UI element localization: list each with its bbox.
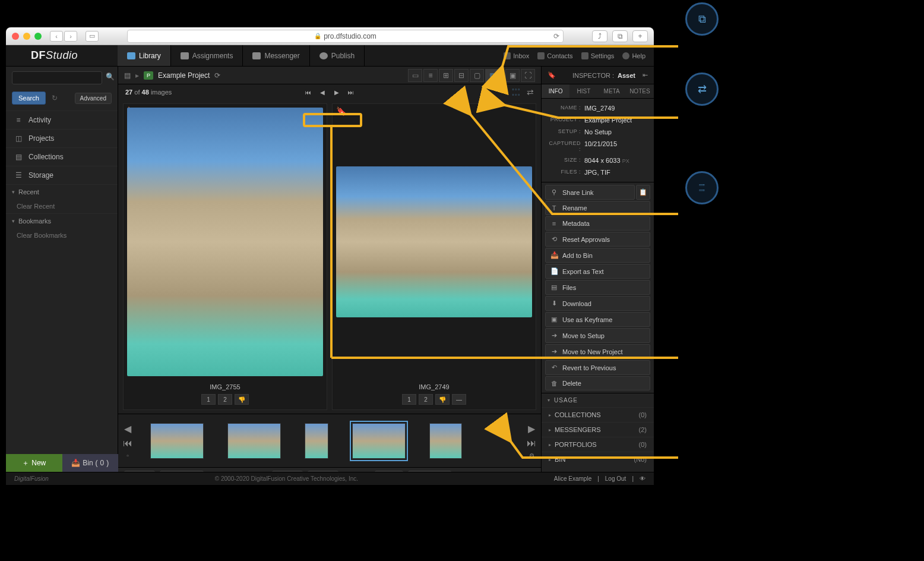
browser-forward-button[interactable]: › (64, 31, 77, 42)
close-window-button[interactable] (12, 33, 19, 40)
rating-2-button[interactable]: 2 (218, 394, 232, 405)
action-files[interactable]: ▤Files (545, 280, 650, 295)
sidebar-item-projects[interactable]: ◫Projects (6, 129, 118, 147)
action-download[interactable]: ⬇Download (545, 296, 650, 311)
thumbnail[interactable] (150, 423, 204, 459)
image-preview[interactable] (336, 166, 532, 317)
action-revert[interactable]: ↶Revert to Previous (545, 360, 650, 375)
action-delete[interactable]: 🗑Delete (545, 376, 650, 390)
advanced-button[interactable]: Advanced (75, 93, 112, 104)
sidebar-item-activity[interactable]: ≡Activity (6, 111, 118, 129)
swap-panes-icon[interactable]: ⇄ (527, 87, 534, 97)
action-export-text[interactable]: 📄Export as Text (545, 264, 650, 279)
clear-bookmarks-button[interactable]: Clear Bookmarks (6, 228, 118, 242)
tab-publish[interactable]: Publish (310, 45, 365, 66)
top-link-inbox[interactable]: Inbox (504, 52, 529, 59)
pager-next[interactable]: ▶ (331, 87, 343, 97)
rating-clear-button[interactable]: — (452, 394, 466, 405)
pager-first[interactable]: ⏮ (302, 87, 314, 97)
view-tool-1[interactable]: ▭ (408, 69, 422, 82)
refresh-icon[interactable]: ⟳ (214, 71, 220, 80)
tab-assignments[interactable]: Assignments (171, 45, 243, 66)
browser-tabs-button[interactable]: ⧉ (612, 30, 628, 42)
filmstrip-first[interactable]: ⏮ (123, 438, 132, 449)
rating-1-button[interactable]: 1 (402, 394, 416, 405)
new-button[interactable]: ＋ New (6, 454, 62, 472)
browser-url-bar[interactable]: 🔒 pro.dfstudio.com ⟳ (127, 30, 564, 43)
clear-recent-button[interactable]: Clear Recent (6, 199, 118, 213)
inspector-tab-hist[interactable]: HIST (569, 84, 597, 98)
view-tool-grid-large[interactable]: ⊟ (454, 69, 469, 82)
browser-sidebar-button[interactable]: ▭ (86, 31, 99, 42)
filmstrip-next[interactable]: ▶ (527, 423, 536, 434)
top-link-contacts[interactable]: Contacts (537, 52, 572, 59)
usage-messengers[interactable]: MESSENGERS(2) (542, 422, 654, 437)
bin-button[interactable]: 📥 Bin (0) (62, 454, 119, 472)
filmstrip-last[interactable]: ⏭ (527, 438, 536, 449)
browser-new-tab-button[interactable]: + (632, 30, 648, 42)
view-tool-compare[interactable]: ⧉ (485, 69, 499, 82)
browser-back-button[interactable]: ‹ (50, 31, 63, 42)
minimize-window-button[interactable] (23, 33, 30, 40)
meta-project[interactable]: Example Project (584, 116, 632, 124)
action-metadata[interactable]: ≡Metadata (545, 216, 650, 231)
tab-library[interactable]: Library (118, 45, 171, 66)
thumbs-down-button[interactable]: 👎 (435, 394, 450, 405)
pager-last[interactable]: ⏭ (345, 87, 357, 97)
filmstrip-grid-icon[interactable]: ▫ (123, 452, 132, 459)
view-tool-fullscreen[interactable]: ⛶ (521, 69, 535, 82)
view-tool-single[interactable]: ▢ (470, 69, 484, 82)
view-tool-grid-small[interactable]: ⊞ (439, 69, 453, 82)
action-move-setup[interactable]: ➔Move to Setup (545, 328, 650, 343)
thumbnail[interactable] (429, 423, 462, 459)
breadcrumb-title[interactable]: Example Project (158, 71, 210, 80)
collapse-panel-icon[interactable]: ⇤ (643, 71, 648, 79)
view-tool-list[interactable]: ≡ (423, 69, 438, 82)
action-reset-approvals[interactable]: ⟲Reset Approvals (545, 232, 650, 247)
sidebar-item-collections[interactable]: ▤Collections (6, 147, 118, 166)
thumbnail[interactable] (305, 423, 328, 459)
maximize-window-button[interactable] (34, 33, 42, 40)
search-button[interactable]: Search (12, 92, 46, 105)
search-reset-icon[interactable]: ↻ (52, 94, 58, 102)
browser-share-button[interactable]: ⤴ (592, 30, 607, 42)
sidebar-bookmarks-header[interactable]: Bookmarks (6, 213, 118, 228)
breadcrumb-home-icon[interactable]: ▤ (124, 71, 131, 80)
action-share-link[interactable]: ⚲Share Link (545, 185, 635, 200)
filmstrip-settings-icon[interactable]: ⚙ (527, 452, 536, 459)
rating-2-button[interactable]: 2 (419, 394, 433, 405)
view-tool-stack[interactable]: ▣ (505, 69, 520, 82)
image-preview[interactable] (127, 108, 323, 376)
pager-prev[interactable]: ◀ (317, 87, 328, 97)
filmstrip-prev[interactable]: ◀ (123, 423, 132, 434)
action-move-project[interactable]: ➔Move to New Project (545, 344, 650, 359)
reload-icon[interactable]: ⟳ (553, 32, 559, 40)
search-icon[interactable]: 🔍 (106, 71, 115, 82)
usage-collections[interactable]: COLLECTIONS(0) (542, 407, 654, 422)
share-copy-button[interactable]: 📋 (636, 185, 650, 200)
sidebar-item-storage[interactable]: ☰Storage (6, 166, 118, 184)
inspector-tab-notes[interactable]: NOTES (626, 84, 654, 98)
action-use-keyframe[interactable]: ▣Use as Keyframe (545, 312, 650, 327)
visibility-icon[interactable]: 👁 (640, 475, 645, 482)
action-rename[interactable]: TRename (545, 201, 650, 215)
thumbnail[interactable] (227, 423, 281, 459)
inspector-tab-meta[interactable]: META (598, 84, 626, 98)
inspector-tab-info[interactable]: INFO (542, 84, 569, 98)
rating-1-button[interactable]: 1 (201, 394, 216, 405)
bookmark-icon[interactable]: 🔖 (336, 106, 346, 116)
selection-indicator-icon[interactable]: ▫▫▫▫▫▫ (512, 87, 521, 97)
usage-bin[interactable]: BIN(No) (542, 452, 654, 467)
usage-header[interactable]: USAGE (542, 393, 654, 407)
thumbnail-selected[interactable] (352, 423, 406, 459)
action-add-to-bin[interactable]: 📥Add to Bin (545, 248, 650, 263)
top-link-help[interactable]: Help (622, 52, 645, 59)
thumbs-down-button[interactable]: 👎 (235, 394, 249, 405)
usage-portfolios[interactable]: PORTFOLIOS(0) (542, 437, 654, 452)
tab-messenger[interactable]: Messenger (243, 45, 309, 66)
logout-link[interactable]: Log Out (605, 475, 626, 482)
search-input[interactable] (12, 71, 102, 84)
top-link-settings[interactable]: Settings (581, 52, 615, 59)
sidebar-recent-header[interactable]: Recent (6, 184, 118, 199)
bookmark-icon[interactable]: 🔖 (548, 71, 556, 79)
